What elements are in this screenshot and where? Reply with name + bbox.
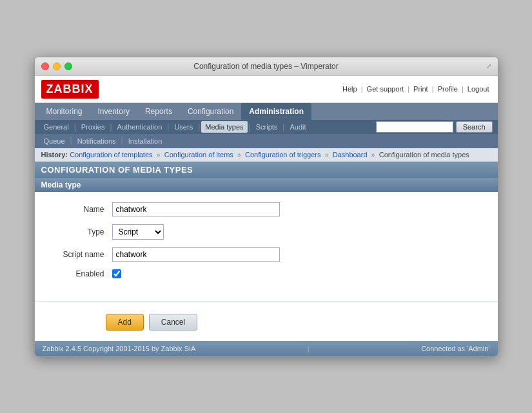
app-window: Configuration of media types – Vimperato… <box>34 57 498 357</box>
subnav-authentication[interactable]: Authentication <box>113 121 166 133</box>
top-nav: Monitoring Inventory Reports Configurati… <box>35 103 498 120</box>
titlebar: Configuration of media types – Vimperato… <box>35 57 498 76</box>
type-label: Type <box>48 227 112 236</box>
subnav-scripts[interactable]: Scripts <box>252 121 282 133</box>
nav-reports[interactable]: Reports <box>137 103 180 120</box>
nav-configuration[interactable]: Configuration <box>180 103 241 120</box>
sub-nav-row2: Queue | Notifications | Installation <box>35 134 498 148</box>
profile-link[interactable]: Profile <box>438 85 458 93</box>
nav-monitoring[interactable]: Monitoring <box>39 103 90 120</box>
subnav-installation[interactable]: Installation <box>124 135 166 147</box>
form-row-type: Type Email SMS Jabber Script Ez Texting <box>48 224 485 240</box>
connected-text: Connected as 'Admin' <box>421 345 489 352</box>
breadcrumb-dashboard[interactable]: Dashboard <box>333 151 368 158</box>
breadcrumb: History: Configuration of templates » Co… <box>35 148 498 162</box>
form-row-name: Name <box>48 202 485 216</box>
close-button[interactable] <box>41 62 49 70</box>
form-divider <box>35 302 498 302</box>
print-link[interactable]: Print <box>413 85 428 93</box>
scriptname-input[interactable] <box>112 247 280 262</box>
cancel-button[interactable]: Cancel <box>149 314 197 331</box>
subnav-proxies[interactable]: Proxies <box>77 121 109 133</box>
nav-administration[interactable]: Administration <box>241 103 311 120</box>
maximize-button[interactable] <box>64 62 72 70</box>
subnav-notifications[interactable]: Notifications <box>74 135 120 147</box>
form-area: Name Type Email SMS Jabber Script Ez Tex… <box>35 192 498 296</box>
breadcrumb-current: Configuration of media types <box>379 151 469 158</box>
help-link[interactable]: Help <box>342 85 357 93</box>
sub-nav-row1: General | Proxies | Authentication | Use… <box>35 120 498 134</box>
add-button[interactable]: Add <box>106 314 144 331</box>
nav-inventory[interactable]: Inventory <box>90 103 137 120</box>
logout-link[interactable]: Logout <box>468 85 489 93</box>
breadcrumb-items[interactable]: Configuration of items <box>164 151 233 158</box>
name-label: Name <box>48 205 112 214</box>
content-area: Media type Name Type Email SMS Jabber Sc… <box>35 178 498 341</box>
traffic-lights <box>41 62 72 70</box>
subnav-mediatypes[interactable]: Media types <box>201 121 247 133</box>
minimize-button[interactable] <box>53 62 61 70</box>
subnav-audit[interactable]: Audit <box>286 121 310 133</box>
resize-icon: ⤢ <box>486 62 491 70</box>
subnav-queue[interactable]: Queue <box>40 135 69 147</box>
get-support-link[interactable]: Get support <box>367 85 404 93</box>
subnav-general[interactable]: General <box>40 121 73 133</box>
window-title: Configuration of media types – Vimperato… <box>193 62 339 71</box>
scriptname-label: Script name <box>48 250 112 259</box>
app-header: ZABBIX Help | Get support | Print | Prof… <box>35 76 498 103</box>
breadcrumb-templates[interactable]: Configuration of templates <box>70 151 152 158</box>
footer: Zabbix 2.4.5 Copyright 2001-2015 by Zabb… <box>35 341 498 356</box>
form-row-scriptname: Script name <box>48 247 485 262</box>
button-row: Add Cancel <box>35 307 498 341</box>
panel-header: Media type <box>35 178 498 192</box>
type-select[interactable]: Email SMS Jabber Script Ez Texting <box>112 224 164 240</box>
search-input[interactable] <box>376 121 453 133</box>
copyright-text: Zabbix 2.4.5 Copyright 2001-2015 by Zabb… <box>43 345 196 352</box>
subnav-users[interactable]: Users <box>170 121 197 133</box>
search-button[interactable]: Search <box>456 121 493 133</box>
breadcrumb-triggers[interactable]: Configuration of triggers <box>245 151 320 158</box>
search-area: Search <box>376 121 493 133</box>
logo[interactable]: ZABBIX <box>41 80 99 99</box>
enabled-label: Enabled <box>48 269 112 278</box>
section-title: CONFIGURATION OF MEDIA TYPES <box>35 162 498 178</box>
form-row-enabled: Enabled <box>48 269 485 278</box>
enabled-checkbox[interactable] <box>112 269 121 278</box>
name-input[interactable] <box>112 202 280 216</box>
header-links: Help | Get support | Print | Profile | L… <box>340 85 491 93</box>
